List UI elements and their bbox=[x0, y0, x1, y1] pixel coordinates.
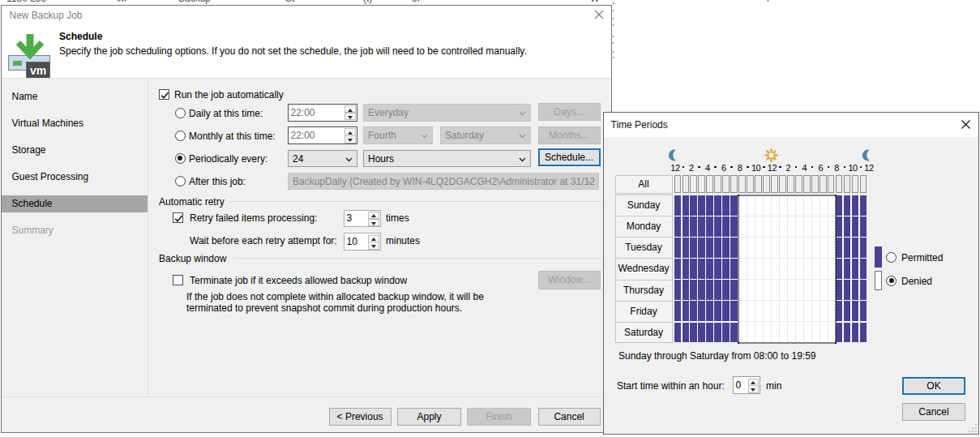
svg-text:vm: vm bbox=[30, 64, 46, 77]
